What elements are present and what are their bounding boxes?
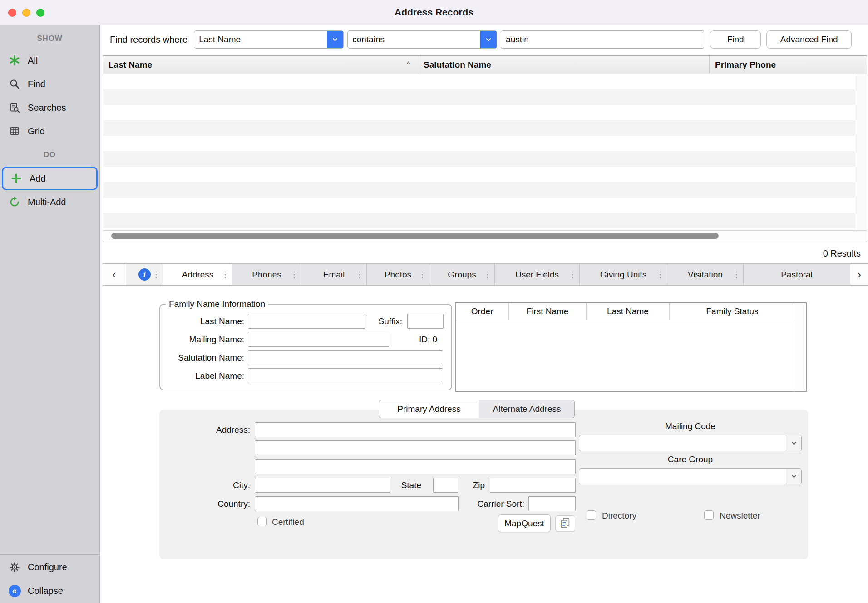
tab-primary-address[interactable]: Primary Address bbox=[379, 400, 479, 418]
field-select[interactable]: Last Name bbox=[194, 30, 344, 49]
city-field[interactable] bbox=[255, 478, 390, 493]
care-group-select[interactable] bbox=[579, 468, 802, 484]
record-id-label: ID: 0 bbox=[419, 335, 437, 345]
multi-add-icon bbox=[7, 196, 22, 208]
sidebar-item-add[interactable]: Add bbox=[2, 167, 98, 190]
sidebar-item-label: Find bbox=[28, 79, 45, 89]
search-input[interactable] bbox=[501, 30, 704, 49]
suffix-field[interactable] bbox=[407, 314, 444, 329]
tab-menu-icon[interactable]: ⋮ bbox=[290, 271, 298, 279]
address-line1-field[interactable] bbox=[255, 422, 576, 437]
mapquest-button[interactable]: MapQuest bbox=[498, 514, 551, 532]
tab-user-fields[interactable]: User Fields ⋮ bbox=[495, 264, 580, 285]
newsletter-checkbox[interactable] bbox=[704, 510, 714, 520]
advanced-find-button[interactable]: Advanced Find bbox=[766, 30, 852, 49]
tab-scroll-left-button[interactable]: ‹ bbox=[103, 264, 126, 285]
sidebar-item-all[interactable]: All bbox=[0, 49, 99, 72]
chevron-down-icon[interactable] bbox=[480, 31, 497, 48]
operator-select-value: contains bbox=[348, 35, 480, 44]
grid-icon bbox=[7, 126, 22, 137]
vertical-scrollbar-track[interactable] bbox=[795, 303, 806, 391]
sidebar-item-find[interactable]: Find bbox=[0, 72, 99, 96]
label-name-field[interactable] bbox=[248, 368, 443, 383]
saved-searches-icon bbox=[7, 102, 22, 113]
tab-menu-icon[interactable]: ⋮ bbox=[656, 271, 664, 279]
copy-address-button[interactable] bbox=[555, 515, 575, 532]
plus-icon bbox=[9, 173, 24, 184]
tab-menu-icon[interactable]: ⋮ bbox=[221, 271, 229, 279]
sidebar-item-configure[interactable]: Configure bbox=[0, 555, 99, 579]
chevron-down-icon[interactable] bbox=[327, 31, 343, 48]
tab-menu-icon[interactable]: ⋮ bbox=[152, 271, 160, 279]
window-title: Address Records bbox=[395, 7, 473, 18]
suffix-label: Suffix: bbox=[365, 316, 402, 326]
certified-checkbox[interactable] bbox=[257, 517, 267, 526]
tab-menu-icon[interactable]: ⋮ bbox=[568, 271, 577, 279]
directory-label: Directory bbox=[602, 511, 636, 521]
tab-phones[interactable]: Phones ⋮ bbox=[232, 264, 301, 285]
tab-email[interactable]: Email ⋮ bbox=[301, 264, 367, 285]
column-header-family-status[interactable]: Family Status bbox=[670, 303, 795, 320]
sidebar-item-collapse[interactable]: « Collapse bbox=[0, 579, 99, 603]
gear-icon bbox=[7, 562, 22, 573]
tab-menu-icon[interactable]: ⋮ bbox=[418, 271, 426, 279]
address-label: Address: bbox=[173, 422, 250, 437]
minimize-window-icon[interactable] bbox=[22, 9, 30, 17]
tab-menu-icon[interactable]: ⋮ bbox=[732, 271, 740, 279]
collapse-icon: « bbox=[7, 585, 22, 597]
mailing-name-field[interactable] bbox=[248, 332, 389, 347]
tab-menu-icon[interactable]: ⋮ bbox=[483, 271, 492, 279]
horizontal-scrollbar-track[interactable] bbox=[103, 230, 867, 242]
carrier-sort-field[interactable] bbox=[528, 496, 576, 511]
horizontal-scrollbar-thumb[interactable] bbox=[111, 233, 719, 239]
zip-field[interactable] bbox=[490, 478, 576, 493]
address-line3-field[interactable] bbox=[255, 459, 576, 474]
sort-ascending-icon[interactable]: ^ bbox=[407, 60, 410, 69]
tab-alternate-address[interactable]: Alternate Address bbox=[479, 400, 575, 418]
sidebar-footer: Configure « Collapse bbox=[0, 554, 99, 603]
results-table: Last Name ^ Salutation Name Primary Phon… bbox=[103, 55, 867, 242]
search-prompt-label: Find records where bbox=[110, 35, 187, 45]
tab-info[interactable]: i ⋮ bbox=[126, 264, 163, 285]
close-window-icon[interactable] bbox=[8, 9, 16, 17]
results-count: 0 Results bbox=[823, 248, 861, 259]
sidebar-item-grid[interactable]: Grid bbox=[0, 119, 99, 143]
search-bar: Find records where Last Name contains Fi… bbox=[110, 30, 852, 49]
salutation-name-field[interactable] bbox=[248, 350, 443, 365]
family-name-information-group: Family Name Information Last Name: Suffi… bbox=[159, 299, 452, 390]
tab-scroll-right-button[interactable]: › bbox=[850, 264, 868, 285]
tab-photos[interactable]: Photos ⋮ bbox=[367, 264, 429, 285]
find-button[interactable]: Find bbox=[710, 30, 761, 49]
tab-menu-icon[interactable]: ⋮ bbox=[355, 271, 364, 279]
zoom-window-icon[interactable] bbox=[36, 9, 44, 17]
tab-giving-units[interactable]: Giving Units ⋮ bbox=[580, 264, 667, 285]
column-header-last-name[interactable]: Last Name bbox=[587, 303, 670, 320]
directory-checkbox[interactable] bbox=[587, 510, 596, 520]
column-header-last-name[interactable]: Last Name ^ bbox=[103, 56, 418, 74]
vertical-scrollbar-track[interactable] bbox=[855, 74, 867, 230]
operator-select[interactable]: contains bbox=[347, 30, 497, 49]
last-name-field[interactable] bbox=[248, 314, 365, 329]
column-header-primary-phone[interactable]: Primary Phone bbox=[710, 56, 867, 74]
sidebar-item-multi-add[interactable]: Multi-Add bbox=[0, 190, 99, 214]
family-group-legend: Family Name Information bbox=[166, 299, 268, 309]
column-header-order[interactable]: Order bbox=[456, 303, 509, 320]
chevron-left-icon: ‹ bbox=[112, 267, 116, 282]
asterisk-icon bbox=[7, 54, 22, 66]
mailing-name-label: Mailing Name: bbox=[164, 335, 248, 345]
address-line2-field[interactable] bbox=[255, 440, 576, 455]
tab-pastoral[interactable]: Pastoral bbox=[744, 264, 868, 285]
sidebar-item-label: All bbox=[28, 55, 38, 66]
column-header-salutation-name[interactable]: Salutation Name bbox=[418, 56, 710, 74]
state-field[interactable] bbox=[433, 478, 458, 493]
info-icon[interactable]: i bbox=[138, 268, 151, 281]
sidebar-item-searches[interactable]: Searches bbox=[0, 96, 99, 119]
sidebar-item-label: Configure bbox=[28, 562, 67, 573]
tab-address[interactable]: Address ⋮ bbox=[163, 264, 232, 285]
country-field[interactable] bbox=[255, 496, 459, 511]
tab-visitation[interactable]: Visitation ⋮ bbox=[667, 264, 744, 285]
copy-icon bbox=[559, 517, 572, 531]
mailing-code-select[interactable] bbox=[579, 435, 802, 451]
tab-groups[interactable]: Groups ⋮ bbox=[429, 264, 495, 285]
column-header-first-name[interactable]: First Name bbox=[509, 303, 587, 320]
